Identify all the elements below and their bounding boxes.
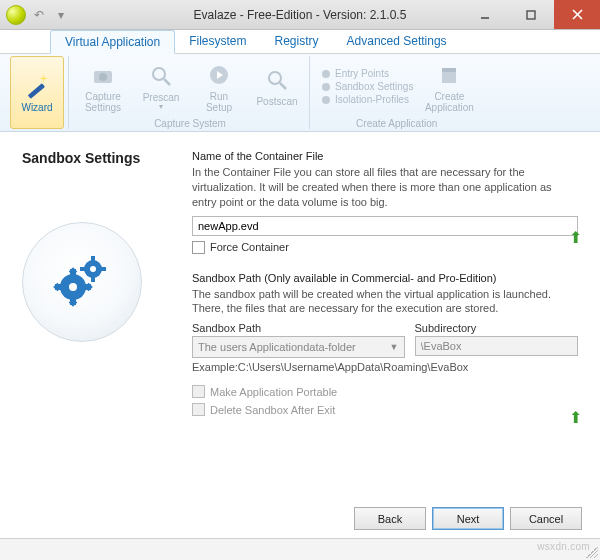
svg-rect-28: [91, 256, 95, 261]
chevron-down-icon: ▾: [159, 103, 163, 112]
ribbon-capture-settings: Capture Settings: [75, 56, 131, 117]
svg-point-7: [99, 73, 107, 81]
ribbon: Wizard Capture Settings Prescan ▾ Run Se…: [0, 54, 600, 132]
wand-icon: [23, 72, 51, 100]
gears-icon: [47, 247, 117, 317]
ribbon-run-setup: Run Setup: [191, 56, 247, 117]
maximize-button[interactable]: [508, 0, 554, 29]
subdirectory-label: Subdirectory: [415, 322, 578, 334]
sandbox-path-label: Sandbox Path: [192, 322, 405, 334]
ribbon-postscan: Postscan: [249, 56, 305, 117]
example-path: Example:C:\Users\Username\AppData\Roamin…: [192, 361, 578, 373]
magnifier-icon: [147, 62, 175, 90]
camera-gear-icon: [89, 61, 117, 89]
resize-grip[interactable]: [586, 546, 598, 558]
subdirectory-input: [415, 336, 578, 356]
qat-dropdown-icon[interactable]: ▾: [52, 6, 70, 24]
cancel-button[interactable]: Cancel: [510, 507, 582, 530]
ribbon-tabs: Virtual Application Filesystem Registry …: [0, 30, 600, 54]
ribbon-entry-points: Entry Points: [322, 68, 413, 79]
delete-after-exit-label: Delete Sandbox After Exit: [210, 404, 335, 416]
force-container-label: Force Container: [210, 241, 289, 253]
app-icon: [6, 5, 26, 25]
svg-rect-14: [442, 71, 456, 83]
tab-advanced-settings[interactable]: Advanced Settings: [333, 30, 461, 53]
svg-point-8: [153, 68, 165, 80]
tab-virtual-application[interactable]: Virtual Application: [50, 30, 175, 54]
close-button[interactable]: [554, 0, 600, 29]
svg-point-12: [269, 72, 281, 84]
ribbon-wizard[interactable]: Wizard: [10, 56, 64, 129]
wizard-left-pane: Sandbox Settings: [22, 150, 192, 492]
container-title: Name of the Container File: [192, 150, 578, 162]
make-portable-checkbox: [192, 385, 205, 398]
wizard-page: Sandbox Settings Name of the Container F…: [0, 132, 600, 502]
ribbon-isolation-profiles: Isolation-Profiles: [322, 94, 413, 105]
ribbon-group-create-app: Create Application: [356, 117, 437, 129]
wizard-buttons: Back Next Cancel: [354, 507, 582, 530]
force-container-checkbox[interactable]: [192, 241, 205, 254]
tab-filesystem[interactable]: Filesystem: [175, 30, 260, 53]
ribbon-sandbox-settings: Sandbox Settings: [322, 81, 413, 92]
status-bar: [0, 538, 600, 560]
make-portable-label: Make Application Portable: [210, 386, 337, 398]
container-description: In the Container File you can store all …: [192, 165, 578, 210]
page-illustration: [22, 222, 142, 342]
chevron-down-icon: ▼: [390, 342, 399, 352]
window-controls: [462, 0, 600, 29]
page-heading: Sandbox Settings: [22, 150, 192, 166]
svg-point-27: [90, 266, 96, 272]
titlebar: ↶ ▾ Evalaze - Free-Edition - Version: 2.…: [0, 0, 600, 30]
svg-rect-30: [80, 267, 85, 271]
delete-after-exit-checkbox: [192, 403, 205, 416]
quick-access-toolbar: ↶ ▾: [0, 5, 70, 25]
tab-registry[interactable]: Registry: [261, 30, 333, 53]
ribbon-group-capture: Capture System: [154, 117, 226, 129]
svg-line-13: [280, 83, 286, 89]
svg-rect-31: [101, 267, 106, 271]
sandbox-path-select: The users Applicationdata-folder ▼: [192, 336, 405, 358]
svg-point-17: [69, 283, 77, 291]
sandbox-description: The sandbox path will be created when th…: [192, 287, 578, 317]
ribbon-prescan: Prescan ▾: [133, 56, 189, 117]
play-icon: [205, 61, 233, 89]
next-button[interactable]: Next: [432, 507, 504, 530]
bullet-icon: [322, 96, 330, 104]
magnifier-check-icon: [263, 66, 291, 94]
bullet-icon: [322, 83, 330, 91]
watermark: wsxdn.com: [537, 541, 590, 552]
move-up-icon[interactable]: ⬆: [569, 408, 582, 427]
wizard-form: Name of the Container File In the Contai…: [192, 150, 578, 492]
sandbox-title: Sandbox Path (Only available in Commerci…: [192, 272, 578, 284]
svg-rect-15: [442, 68, 456, 72]
minimize-button[interactable]: [462, 0, 508, 29]
svg-rect-1: [527, 11, 535, 19]
container-file-input[interactable]: [192, 216, 578, 236]
svg-line-9: [164, 79, 170, 85]
svg-rect-29: [91, 277, 95, 282]
move-up-icon[interactable]: ⬆: [569, 228, 582, 247]
back-button[interactable]: Back: [354, 507, 426, 530]
qat-undo-icon[interactable]: ↶: [30, 6, 48, 24]
ribbon-create-application: Create Application: [421, 56, 477, 117]
bullet-icon: [322, 70, 330, 78]
svg-rect-4: [28, 83, 45, 99]
box-icon: [435, 61, 463, 89]
ribbon-create-options: Entry Points Sandbox Settings Isolation-…: [316, 56, 419, 117]
